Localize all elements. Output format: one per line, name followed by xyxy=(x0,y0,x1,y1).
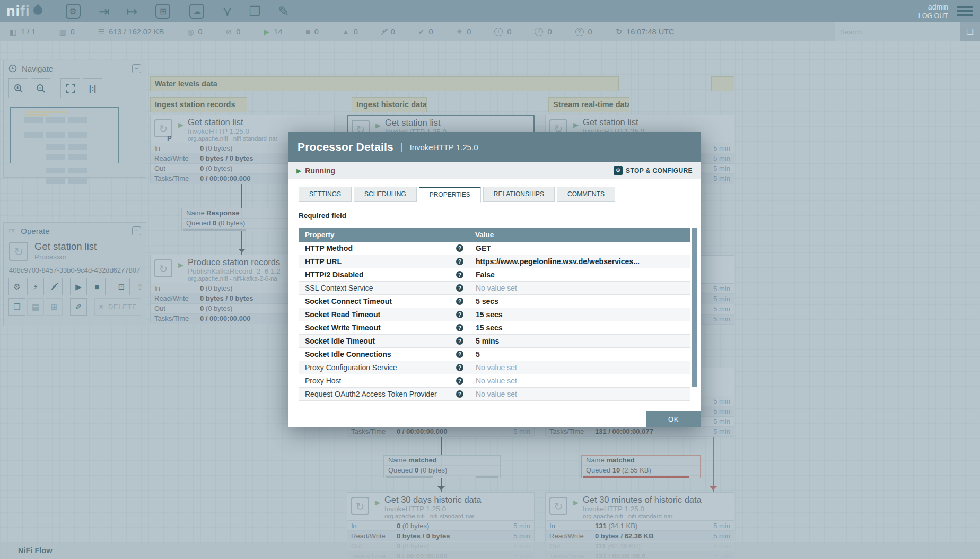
template-icon[interactable]: ❐ xyxy=(249,3,261,19)
stat-value: 0 (0 bytes) xyxy=(200,284,232,292)
queue-indicator xyxy=(384,476,500,478)
refresh-time: 16:07:48 UTC xyxy=(626,28,674,36)
zoom-out-button[interactable] xyxy=(31,78,50,98)
stat-label: In xyxy=(154,284,200,292)
property-cell: Socket Read Timeout? xyxy=(299,308,469,321)
save-template-icon: ⊡ xyxy=(118,282,125,292)
hand-icon: ☞ xyxy=(8,226,16,236)
copy-button[interactable]: ❐ xyxy=(8,298,25,316)
zoom-fit-button[interactable] xyxy=(60,78,80,98)
property-name: HTTP URL xyxy=(305,257,342,266)
zoom-in-button[interactable] xyxy=(8,78,28,98)
stat-label: Read/Write xyxy=(154,154,200,162)
tab-comments[interactable]: COMMENTS xyxy=(557,187,615,202)
help-icon[interactable]: ? xyxy=(456,377,463,385)
help-icon[interactable]: ? xyxy=(456,258,463,265)
processor-details-dialog: Processor Details | InvokeHTTP 1.25.0 ▶ … xyxy=(288,132,701,427)
header-toolbar: ⚙⇥↦⊞☁⋎❐✎ xyxy=(56,3,298,19)
funnel-icon[interactable]: ⋎ xyxy=(222,3,232,19)
stat-window: 5 min xyxy=(710,164,730,172)
tab-scheduling[interactable]: SCHEDULING xyxy=(354,187,417,202)
change-color-button[interactable]: ✐ xyxy=(70,298,87,316)
stat-window: 5 min xyxy=(510,522,530,530)
search-box xyxy=(835,22,960,41)
run-status-icon: ▶ xyxy=(573,121,579,129)
help-icon[interactable]: ? xyxy=(456,244,463,252)
stat-window: 5 min xyxy=(510,532,530,540)
group-label-ingest-station-records[interactable]: Ingest station records xyxy=(150,97,247,112)
ports-icon: ▦ xyxy=(59,28,66,36)
enable-icon: ⚡ xyxy=(33,282,39,292)
delete-label: DELETE xyxy=(108,303,137,311)
help-icon[interactable]: ? xyxy=(456,298,463,305)
help-icon[interactable]: ? xyxy=(456,271,463,278)
property-cell: Request Username? xyxy=(299,401,469,403)
breadcrumb-root[interactable]: NiFi Flow xyxy=(18,546,52,555)
zoom-actual-size-button[interactable]: |:| xyxy=(83,78,102,98)
configure-button[interactable]: ⚙ xyxy=(8,278,25,295)
table-scrollbar[interactable] xyxy=(692,228,697,387)
logout-link[interactable]: LOG OUT xyxy=(918,12,948,20)
stopped-icon: ■ xyxy=(305,28,310,36)
help-icon[interactable]: ? xyxy=(456,337,463,345)
tab-relationships[interactable]: RELATIONSHIPS xyxy=(483,187,555,202)
selected-component-id[interactable]: 408c9703-8457-33b0-9c4d-432dd6277807 xyxy=(9,266,140,274)
refresh-icon[interactable]: ↻ xyxy=(616,27,623,37)
property-value: No value set xyxy=(469,282,647,294)
help-icon[interactable]: ? xyxy=(456,311,463,318)
run-status-icon: ▶ xyxy=(375,121,381,129)
status-not-transmitting: ⊘0 xyxy=(226,28,241,36)
stat-value: 0 (0 bytes) xyxy=(397,522,429,530)
process-group-icon[interactable]: ⊞ xyxy=(155,4,170,19)
collapse-operate-button[interactable]: − xyxy=(132,226,141,235)
copy-icon: ❐ xyxy=(13,302,20,312)
start-button[interactable]: ▶ xyxy=(70,278,87,295)
flow-label-water-levels[interactable]: Water levels data xyxy=(150,76,619,91)
group-button: ⊞ xyxy=(46,298,63,316)
help-icon[interactable]: ? xyxy=(456,351,463,358)
status-transmitting: ◎0 xyxy=(187,28,202,36)
transmitting-icon: ◎ xyxy=(187,28,194,36)
help-icon[interactable]: ? xyxy=(456,324,463,331)
running-icon: ▶ xyxy=(264,28,269,36)
stop-and-configure-button[interactable]: ⚙ STOP & CONFIGURE xyxy=(614,166,693,175)
property-name: Socket Read Timeout xyxy=(305,310,380,319)
property-cell: Socket Write Timeout? xyxy=(299,321,469,334)
property-name: Socket Connect Timeout xyxy=(305,297,392,305)
disable-button[interactable]: ⚡ xyxy=(46,278,63,295)
property-cell: Proxy Configuration Service? xyxy=(299,361,469,374)
enable-button[interactable]: ⚡ xyxy=(27,278,44,295)
remote-process-group-icon[interactable]: ☁ xyxy=(189,4,204,19)
tab-settings[interactable]: SETTINGS xyxy=(299,187,352,202)
processor-icon[interactable]: ⚙ xyxy=(66,4,81,19)
connection-queued: Queued 0 (0 bytes) xyxy=(384,466,500,476)
ok-button[interactable]: OK xyxy=(646,411,701,427)
help-icon[interactable]: ? xyxy=(456,284,463,292)
bulletin-board-icon[interactable]: ❏ xyxy=(960,22,980,41)
group-label-stream-real-time-data[interactable]: Stream real-time data xyxy=(548,97,629,112)
status-stopped: ■0 xyxy=(305,28,319,36)
help-icon[interactable]: ? xyxy=(456,364,463,371)
processor-bundle: org.apache.nifi - nifi-standard-nar xyxy=(583,513,732,519)
label-icon[interactable]: ✎ xyxy=(278,3,289,19)
processor-name: Get 30 days historic data xyxy=(384,495,532,505)
disabled-icon: ⚡ xyxy=(381,28,387,36)
primary-node-badge: P xyxy=(167,134,172,142)
tab-properties[interactable]: PROPERTIES xyxy=(419,187,481,203)
property-row: HTTP URL?https://www.pegelonline.wsv.de/… xyxy=(299,255,690,268)
run-status-icon: ▶ xyxy=(178,121,183,129)
save-template-button[interactable]: ⊡ xyxy=(113,278,130,295)
connection-label-matched-right[interactable]: Name matchedQueued 10 (2.55 KB) xyxy=(581,455,701,478)
collapse-navigate-button[interactable]: − xyxy=(132,64,141,73)
search-input[interactable] xyxy=(835,22,960,41)
global-menu-icon[interactable] xyxy=(957,4,973,19)
connection-label-matched-left[interactable]: Name matchedQueued 0 (0 bytes) xyxy=(383,455,501,478)
status-items: ◧1 / 1▦0☰613 / 162.02 KB◎0⊘0▶14■0▲0⚡0✔0✳… xyxy=(10,28,592,36)
group-label-ingest-historic-data[interactable]: Ingest historic data xyxy=(352,97,427,112)
birdseye-minimap[interactable] xyxy=(9,105,141,173)
stat-value: 0 / 00:00:00.000 xyxy=(200,315,250,322)
input-port-icon[interactable]: ⇥ xyxy=(99,3,110,19)
stop-button[interactable]: ■ xyxy=(89,278,106,295)
output-port-icon[interactable]: ↦ xyxy=(126,3,137,19)
help-icon[interactable]: ? xyxy=(456,390,463,398)
